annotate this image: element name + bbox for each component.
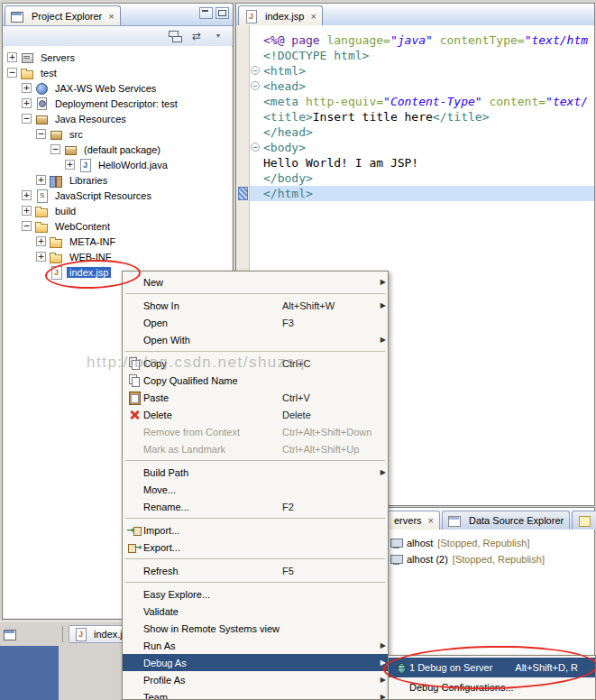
menu-item-delete[interactable]: DeleteDelete: [123, 406, 388, 423]
plus-expander-icon[interactable]: +: [22, 206, 32, 216]
tree-item-javascript-resources[interactable]: +JavaScript Resources: [4, 188, 232, 203]
tree-item-servers[interactable]: +Servers: [4, 50, 232, 65]
package-icon: [35, 113, 49, 125]
tree-item-helloworld-java[interactable]: +HelloWorld.java: [4, 157, 232, 172]
code-line-6: <title>Insert title here</title>: [250, 109, 594, 124]
tab-project-explorer[interactable]: Project Explorer ×: [5, 5, 121, 25]
submenu-arrow-icon: ▶: [376, 693, 386, 700]
menu-item-label: Team: [143, 692, 282, 700]
library-icon: [50, 174, 63, 187]
tab-ervers[interactable]: ervers×: [388, 511, 440, 530]
tab-data-source-explorer[interactable]: Data Source Explorer: [442, 511, 570, 530]
menu-separator: [125, 351, 385, 352]
tab-label: ervers: [394, 515, 422, 526]
code-line-2: <!DOCTYPE html>: [250, 48, 594, 63]
menu-item-refresh[interactable]: RefreshF5: [123, 562, 388, 579]
menu-item-new[interactable]: New▶: [123, 273, 388, 290]
menu-item-profile-as[interactable]: Profile As▶: [123, 671, 388, 688]
plus-expander-icon[interactable]: +: [36, 236, 46, 246]
minus-expander-icon[interactable]: −: [22, 114, 32, 124]
globe-icon: [35, 82, 49, 95]
maximize-icon[interactable]: [215, 7, 229, 19]
menu-item-import[interactable]: Import...: [123, 521, 388, 539]
code-line-9: Hello World! I am JSP!: [250, 155, 594, 170]
fast-view-icon[interactable]: [4, 628, 17, 640]
watermark: http://blog.csdn.net/shuzsq: [87, 354, 306, 372]
menu-item-label: Paste: [143, 392, 282, 403]
descriptor-icon: [35, 97, 49, 110]
close-icon[interactable]: ×: [428, 515, 434, 526]
plus-expander-icon[interactable]: +: [22, 190, 32, 200]
tree-item-label: Deployment Descriptor: test: [52, 98, 180, 109]
plus-expander-icon[interactable]: +: [22, 98, 32, 108]
paste-icon: [128, 391, 142, 404]
project-icon: [21, 67, 34, 79]
menu-item-rename[interactable]: Rename...F2: [123, 498, 388, 515]
jsres-icon: [35, 189, 49, 202]
menu-item-team[interactable]: Team▶: [123, 688, 388, 700]
tree-item-src[interactable]: −src: [4, 126, 232, 142]
fold-minus-icon[interactable]: −: [251, 66, 260, 75]
data-source-icon: [448, 514, 462, 527]
eclipse-window: Project Explorer × ⇄ ▼ +Servers−test+JAX…: [0, 0, 596, 700]
tree-item-jax-ws-web-services[interactable]: +JAX-WS Web Services: [4, 80, 232, 96]
minus-expander-icon[interactable]: −: [50, 144, 60, 154]
tree-item-meta-inf[interactable]: +META-INF: [4, 234, 232, 249]
tree-item-label: (default package): [81, 144, 163, 155]
menu-item-export[interactable]: Export...: [123, 539, 388, 556]
tree-item-label: test: [38, 68, 60, 78]
menu-item-copy-qualified-name[interactable]: Copy Qualified Name: [123, 372, 388, 389]
tab-s[interactable]: S: [572, 511, 596, 530]
tree-item-webcontent[interactable]: −WebContent: [4, 218, 232, 234]
code-line-10: </body>: [250, 170, 594, 186]
folder-icon: [35, 205, 49, 217]
tab-index-jsp[interactable]: index.jsp ×: [238, 5, 323, 25]
menu-item-validate[interactable]: Validate: [123, 603, 388, 620]
view-menu-icon[interactable]: ▼: [211, 30, 225, 42]
menu-item-paste[interactable]: PasteCtrl+V: [123, 389, 388, 406]
menu-item-move[interactable]: Move...: [123, 481, 388, 498]
menu-item-run-as[interactable]: Run As▶: [123, 637, 388, 654]
close-icon[interactable]: ×: [310, 11, 316, 22]
tree-item-java-resources[interactable]: −Java Resources: [4, 111, 232, 126]
minimize-icon[interactable]: [199, 7, 213, 19]
plus-expander-icon[interactable]: +: [65, 160, 75, 170]
fold-minus-icon[interactable]: −: [251, 81, 260, 90]
submenu-arrow-icon: ▶: [376, 468, 386, 476]
tree-item-default-package[interactable]: −(default package): [4, 142, 232, 157]
tree-item-test[interactable]: −test: [4, 65, 232, 80]
plus-expander-icon[interactable]: +: [36, 252, 46, 262]
menu-item-show-in[interactable]: Show InAlt+Shift+W▶: [123, 297, 388, 314]
menu-item-easy-explore[interactable]: Easy Explore...: [123, 585, 388, 603]
src-icon: [50, 128, 63, 141]
plus-expander-icon[interactable]: +: [7, 52, 17, 62]
minus-expander-icon[interactable]: −: [22, 221, 32, 231]
minus-expander-icon[interactable]: −: [7, 68, 17, 78]
menu-item-debug-as[interactable]: Debug As▶: [123, 654, 388, 671]
collapse-all-icon[interactable]: [168, 30, 182, 42]
plus-expander-icon[interactable]: +: [22, 83, 32, 93]
minus-expander-icon[interactable]: −: [36, 129, 46, 139]
menu-item-build-path[interactable]: Build Path▶: [123, 464, 388, 481]
tree-item-build[interactable]: +build: [4, 203, 232, 218]
menu-item-open-with[interactable]: Open With▶: [123, 331, 388, 348]
tree-item-deployment-descriptor-test[interactable]: +Deployment Descriptor: test: [4, 96, 232, 111]
link-with-editor-icon[interactable]: ⇄: [189, 30, 204, 42]
plus-expander-icon[interactable]: +: [36, 175, 46, 185]
tree-item-label: Servers: [38, 52, 78, 63]
menu-item-show-in-remote-systems-view[interactable]: Show in Remote Systems view: [123, 620, 388, 637]
code-line-4: −<head>: [250, 78, 594, 94]
export-icon: [128, 541, 142, 554]
menu-item-open[interactable]: OpenF3: [123, 314, 388, 331]
menu-separator: [125, 558, 385, 559]
menu-item-label: Debug As: [143, 658, 282, 668]
tree-item-libraries[interactable]: +Libraries: [4, 172, 232, 188]
context-menu: New▶Show InAlt+Shift+W▶OpenF3Open With▶C…: [122, 271, 389, 700]
menu-separator: [125, 518, 385, 519]
menu-separator: [125, 293, 385, 294]
menu-item-label: New: [143, 277, 282, 288]
submenu-arrow-icon: ▶: [376, 278, 386, 286]
fold-minus-icon[interactable]: −: [251, 143, 260, 152]
close-icon[interactable]: ×: [108, 11, 114, 22]
copy-qualified-icon: [128, 374, 142, 387]
